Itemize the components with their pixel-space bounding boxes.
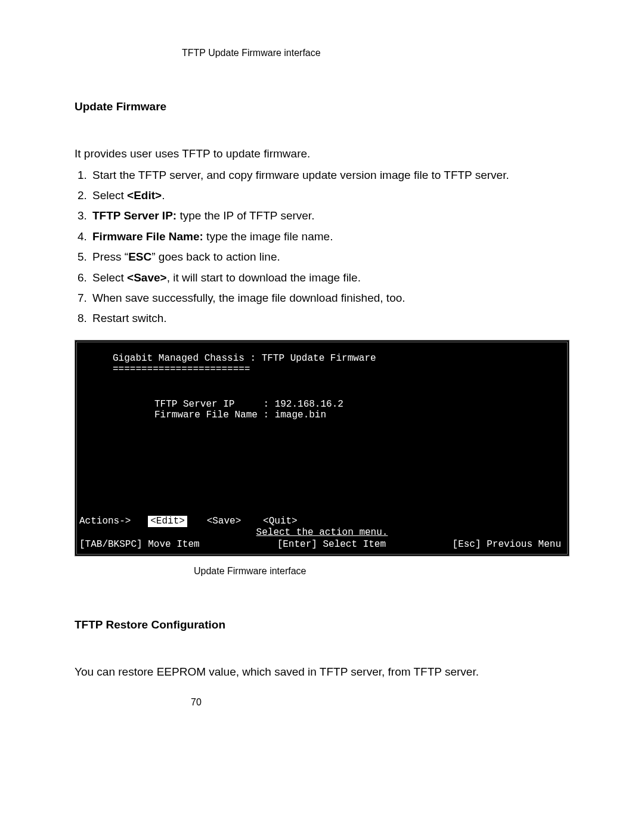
- step-6: Select <Save>, it will start to download…: [90, 269, 569, 287]
- help-select-item: [Enter] Select Item: [277, 539, 386, 550]
- section-heading-restore-config: TFTP Restore Configuration: [75, 618, 569, 631]
- terminal-body: Gigabit Managed Chassis : TFTP Update Fi…: [77, 342, 567, 421]
- action-quit[interactable]: <Quit>: [261, 516, 300, 527]
- field-ip-value: 192.168.16.2: [275, 399, 343, 410]
- step-7: When save successfully, the image file d…: [90, 289, 569, 307]
- terminal-help-row: [TAB/BKSPC] Move Item [Enter] Select Ite…: [77, 538, 567, 553]
- step-5-post: ” goes back to action line.: [151, 250, 280, 263]
- help-previous-menu: [Esc] Previous Menu: [453, 539, 561, 550]
- step-5-pre: Press “: [92, 250, 128, 263]
- step-6-pre: Select: [92, 271, 127, 284]
- field-file-label: Firmware File Name :: [154, 410, 275, 420]
- intro-paragraph: It provides user uses TFTP to update fir…: [75, 146, 569, 162]
- terminal-select-hint: Select the action menu.: [77, 527, 567, 538]
- section-heading-update-firmware: Update Firmware: [75, 100, 569, 113]
- field-file-value: image.bin: [275, 410, 326, 420]
- page-number: 70: [191, 697, 569, 708]
- step-3-bold: TFTP Server IP:: [92, 209, 177, 222]
- terminal-select-hint-text: Select the action menu.: [256, 527, 388, 538]
- terminal-title: Gigabit Managed Chassis : TFTP Update Fi…: [113, 353, 561, 364]
- step-3-post: type the IP of TFTP server.: [177, 209, 314, 222]
- terminal-fields: TFTP Server IP : 192.168.16.2 Firmware F…: [154, 399, 561, 421]
- step-2: Select <Edit>.: [90, 187, 569, 205]
- field-ip-label: TFTP Server IP :: [154, 399, 275, 410]
- step-5-bold: ESC: [128, 250, 151, 263]
- step-6-post: , it will start to download the image fi…: [167, 271, 361, 284]
- action-save[interactable]: <Save>: [205, 516, 244, 527]
- step-2-post: .: [162, 189, 165, 202]
- action-edit[interactable]: <Edit>: [148, 516, 187, 527]
- figure-caption-mid: Update Firmware interface: [194, 566, 569, 577]
- step-2-pre: Select: [92, 189, 127, 202]
- step-2-bold: <Edit>: [127, 189, 162, 202]
- terminal-screenshot: Gigabit Managed Chassis : TFTP Update Fi…: [75, 340, 569, 556]
- step-4: Firmware File Name: type the image file …: [90, 228, 569, 246]
- step-8: Restart switch.: [90, 309, 569, 327]
- step-4-post: type the image file name.: [203, 230, 333, 243]
- step-6-bold: <Save>: [127, 271, 167, 284]
- instruction-list: Start the TFTP server, and copy firmware…: [75, 166, 569, 328]
- step-3: TFTP Server IP: type the IP of TFTP serv…: [90, 207, 569, 225]
- step-1: Start the TFTP server, and copy firmware…: [90, 166, 569, 184]
- figure-caption-top: TFTP Update Firmware interface: [182, 48, 569, 58]
- step-4-bold: Firmware File Name:: [92, 230, 203, 243]
- actions-label: Actions->: [79, 516, 131, 527]
- document-page: TFTP Update Firmware interface Update Fi…: [0, 0, 644, 833]
- terminal-separator: ========================: [113, 364, 561, 374]
- step-5: Press “ESC” goes back to action line.: [90, 248, 569, 266]
- restore-paragraph: You can restore EEPROM value, which save…: [75, 664, 569, 680]
- help-move-item: [TAB/BKSPC] Move Item: [79, 539, 200, 550]
- terminal-actions-row: Actions-> <Edit> <Save> <Quit>: [77, 516, 567, 527]
